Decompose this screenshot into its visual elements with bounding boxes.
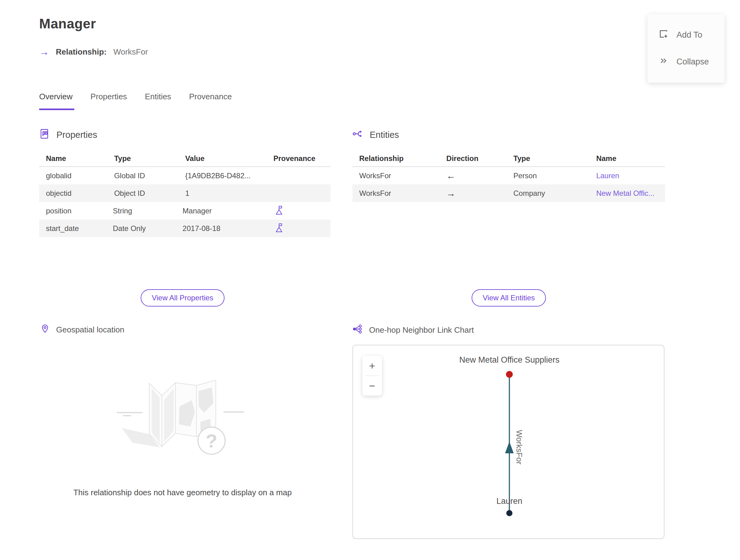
table-row: WorksFor ← Person Lauren [352,167,665,184]
add-to-button[interactable]: Add To [648,22,725,49]
direction-arrow-icon: ← [440,171,506,181]
tab-overview[interactable]: Overview [39,92,73,110]
entity-name-link[interactable]: New Metal Offic... [589,189,665,198]
provenance-flag-icon[interactable] [262,223,331,235]
prop-name: objectid [39,189,107,198]
tab-provenance[interactable]: Provenance [189,92,232,110]
prop-type: Global ID [107,172,178,180]
geospatial-section-title: Geospatial location [56,325,124,335]
add-to-label: Add To [676,30,703,40]
actions-card: Add To Collapse [648,14,725,83]
company-node-label: New Metal Office Suppliers [459,355,559,365]
prop-value: Manager [176,207,262,215]
map-placeholder-illustration: ? [102,363,263,462]
relationship-subtitle: → Relationship: WorksFor [39,47,148,57]
col-relationship: Relationship [352,154,440,163]
properties-section-header: Properties [39,128,97,142]
link-chart-section-title: One-hop Neighbor Link Chart [369,325,474,335]
geometry-empty-message: This relationship does not have geometry… [73,488,292,497]
link-chart-canvas[interactable]: WorksFor New Metal Office Suppliers Laur… [352,345,664,539]
page-title: Manager [39,16,96,31]
table-row: WorksFor → Company New Metal Offic... [352,184,665,202]
geospatial-section-header: Geospatial location [40,324,124,336]
view-all-entities-button[interactable]: View All Entities [472,289,546,306]
prop-value: 2017-08-18 [176,224,262,233]
col-type: Type [506,154,589,163]
properties-icon [39,128,50,142]
relationship-label: Relationship: [56,47,107,57]
relationship-value: WorksFor [113,47,148,57]
entity-relationship: WorksFor [352,189,440,198]
entities-table: Relationship Direction Type Name WorksFo… [352,151,665,202]
prop-value: 1 [179,189,267,198]
zoom-out-button[interactable]: − [362,376,382,396]
table-row: start_date Date Only 2017-08-18 [39,219,331,237]
entity-type: Person [506,172,589,180]
prop-name: globalid [39,172,107,180]
zoom-in-button[interactable]: + [362,356,382,376]
col-direction: Direction [440,154,506,163]
col-name: Name [39,154,107,163]
entity-type: Company [506,189,589,198]
col-provenance: Provenance [267,154,331,163]
properties-section-title: Properties [57,130,97,140]
properties-table: Name Type Value Provenance globalid Glob… [39,151,331,237]
entity-name-link[interactable]: Lauren [589,172,665,180]
entities-section-header: Entities [352,128,399,142]
col-name: Name [589,154,665,163]
collapse-button[interactable]: Collapse [648,49,725,75]
edge-label: WorksFor [515,430,524,465]
location-pin-icon [40,324,50,336]
relationship-arrow-icon: → [39,47,49,57]
collapse-label: Collapse [676,57,709,67]
link-chart-section-header: One-hop Neighbor Link Chart [352,324,474,337]
link-chart-graph: WorksFor New Metal Office Suppliers Laur… [353,345,664,538]
tab-properties[interactable]: Properties [90,92,127,110]
collapse-chevrons-icon [659,56,668,68]
direction-arrow-icon: → [440,188,506,199]
person-node-label: Lauren [496,496,522,506]
table-row: globalid Global ID {1A9DB2B6-D482... [39,167,331,184]
provenance-flag-icon[interactable] [262,205,331,217]
col-type: Type [107,154,178,163]
edge-arrowhead [505,442,514,453]
entities-icon [352,128,364,142]
prop-type: Date Only [106,224,176,233]
properties-table-header: Name Type Value Provenance [39,151,331,167]
prop-value: {1A9DB2B6-D482... [179,172,267,180]
entity-relationship: WorksFor [352,172,440,180]
view-all-properties-button[interactable]: View All Properties [141,289,224,306]
person-node[interactable] [506,510,513,516]
entities-table-header: Relationship Direction Type Name [352,151,665,167]
prop-type: Object ID [107,189,178,198]
prop-type: String [106,207,176,215]
svg-text:?: ? [206,430,217,452]
prop-name: start_date [39,224,106,233]
col-value: Value [179,154,267,163]
tab-entities[interactable]: Entities [145,92,171,110]
map-zoom-control: + − [362,356,382,396]
link-chart-icon [352,324,363,337]
table-row: position String Manager [39,202,331,219]
table-row: objectid Object ID 1 [39,184,331,202]
tab-bar: Overview Properties Entities Provenance [39,92,232,110]
add-to-icon [659,29,668,41]
entities-section-title: Entities [370,130,399,140]
company-node[interactable] [506,371,513,378]
prop-name: position [39,207,106,215]
